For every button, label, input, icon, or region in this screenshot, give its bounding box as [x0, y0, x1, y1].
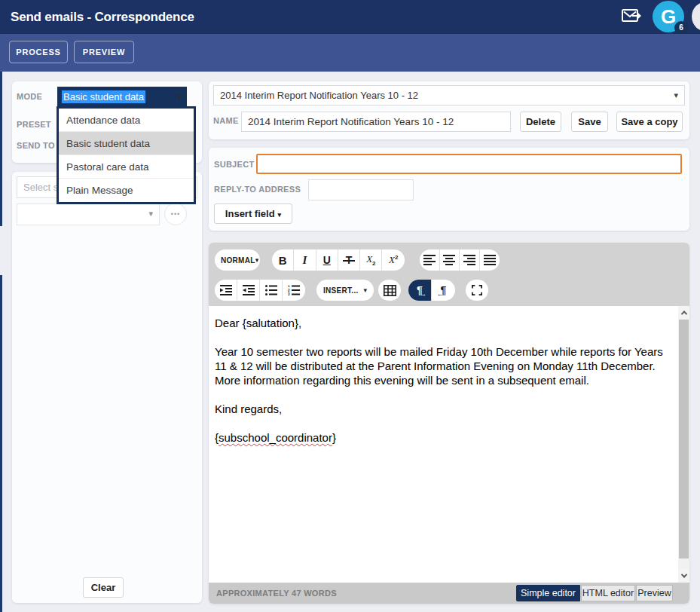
save-a-copy-button[interactable]: Save a copy — [616, 112, 683, 132]
justify-icon — [484, 255, 496, 265]
avatar[interactable]: G 6 — [653, 1, 684, 32]
superscript-button[interactable]: X2 — [382, 249, 404, 271]
left-scroll-stripe-bottom — [0, 275, 2, 612]
align-left-button[interactable] — [420, 249, 440, 271]
justify-button[interactable] — [480, 249, 500, 271]
editor-footer: APPROXIMATELY 47 WORDS Simple editor HTM… — [209, 583, 689, 604]
outdent-button[interactable] — [237, 280, 260, 301]
preset-label: PRESET — [17, 120, 51, 129]
bulleted-list-icon — [265, 285, 277, 295]
insert-table-button[interactable] — [378, 280, 401, 301]
editor-scrollbar[interactable] — [678, 306, 689, 583]
fullscreen-button[interactable] — [466, 280, 488, 301]
font-style-group: B I U T X2 X2 — [272, 249, 405, 271]
mode-label: MODE — [17, 92, 42, 101]
align-center-icon — [443, 255, 455, 265]
paragraph-rtl-button[interactable]: ¶← — [432, 280, 455, 301]
align-right-icon — [463, 255, 475, 265]
table-icon — [384, 285, 396, 296]
chevron-down-icon: ▾ — [363, 286, 367, 294]
student-filter-select[interactable]: ▾ — [17, 203, 160, 225]
text-direction-group: ¶→ ¶← — [408, 280, 455, 301]
strikethrough-button[interactable]: T — [338, 249, 360, 271]
tab-preview[interactable]: Preview — [636, 585, 673, 601]
insert-menu-label: INSERT... — [323, 286, 359, 295]
bold-button[interactable]: B — [272, 249, 294, 271]
italic-icon: I — [303, 254, 307, 267]
template-select[interactable]: 2014 Interim Report Notification Years 1… — [213, 85, 685, 106]
mode-option-attendance[interactable]: Attendance data — [59, 109, 194, 132]
delete-button[interactable]: Delete — [520, 112, 561, 132]
align-center-button[interactable] — [440, 249, 460, 271]
closing-line: Kind regards, — [215, 402, 670, 416]
editor-card: NORMAL ▾ B I U T X2 X2 — [209, 243, 689, 604]
scrollbar-thumb[interactable] — [679, 320, 689, 558]
subscript-button[interactable]: X2 — [360, 249, 382, 271]
paragraph-ltr-icon: ¶→ — [417, 285, 423, 295]
mode-select[interactable]: Basic student data ▾ — [57, 87, 187, 106]
reply-to-label: REPLY-TO ADDRESS — [214, 185, 301, 194]
subject-card: SUBJECT REPLY-TO ADDRESS Insert field▾ — [209, 148, 689, 231]
envelope-arrow-icon — [621, 6, 642, 26]
tab-simple-editor[interactable]: Simple editor — [516, 585, 580, 601]
strikethrough-icon: T — [346, 254, 353, 266]
preview-button[interactable]: PREVIEW — [74, 41, 134, 63]
chevron-down-icon: ▾ — [674, 86, 678, 105]
toolbar-row-2: 123 INSERT... ▾ ¶→ ¶← — [209, 280, 689, 301]
process-button[interactable]: PROCESS — [9, 41, 68, 63]
mode-option-basic-student[interactable]: Basic student data — [59, 132, 194, 155]
numbered-list-button[interactable]: 123 — [283, 280, 305, 301]
top-app-bar: Send emails - Correspondence G 6 — [0, 0, 700, 34]
reply-to-input[interactable] — [308, 179, 414, 200]
underline-button[interactable]: U — [316, 249, 338, 271]
scroll-up-icon[interactable] — [678, 306, 689, 319]
svg-text:1: 1 — [288, 285, 290, 288]
paragraph-ltr-button[interactable]: ¶→ — [408, 280, 432, 301]
format-select-value: NORMAL — [221, 256, 255, 265]
insert-menu[interactable]: INSERT... ▾ — [316, 280, 374, 301]
editor-body[interactable]: Dear {salutation}, Year 10 semester two … — [209, 306, 689, 583]
send-to-card: ▾ ••• Clear — [12, 172, 202, 603]
mode-dropdown-list: Attendance data Basic student data Pasto… — [57, 106, 196, 204]
insert-field-button[interactable]: Insert field▾ — [214, 203, 292, 224]
mode-option-pastoral-care[interactable]: Pastoral care data — [59, 155, 194, 179]
ellipsis-icon: ••• — [171, 210, 180, 218]
scroll-down-icon[interactable] — [678, 569, 689, 582]
toolbar-row-1: NORMAL ▾ B I U T X2 X2 — [209, 249, 689, 271]
alignment-group — [420, 249, 500, 271]
indent-button[interactable] — [215, 280, 237, 301]
numbered-list-icon: 123 — [288, 285, 300, 295]
bold-icon: B — [279, 254, 287, 267]
left-scroll-stripe-top — [0, 72, 2, 226]
outdent-icon — [243, 285, 255, 295]
template-name-input[interactable] — [241, 112, 511, 132]
italic-button[interactable]: I — [294, 249, 316, 271]
body-paragraph: Year 10 semester two reports will be mai… — [215, 344, 670, 387]
chevron-down-icon: ▾ — [148, 209, 153, 219]
signature-token: subschool_coordinator — [219, 431, 332, 444]
more-options-button[interactable]: ••• — [164, 203, 187, 225]
tab-html-editor[interactable]: HTML editor — [581, 585, 635, 601]
name-label: NAME — [213, 116, 239, 125]
secondary-avatar-partial[interactable] — [692, 2, 700, 32]
signature-line: {subschool_coordinator} — [215, 430, 670, 445]
chevron-down-icon: ▾ — [177, 92, 182, 102]
indent-icon — [220, 285, 232, 295]
subject-input[interactable] — [256, 154, 682, 174]
format-select[interactable]: NORMAL ▾ — [215, 249, 260, 271]
clear-button[interactable]: Clear — [83, 577, 124, 598]
action-bar: PROCESS PREVIEW — [0, 34, 700, 72]
template-card: 2014 Interim Report Notification Years 1… — [209, 81, 689, 139]
mode-select-value: Basic student data — [62, 90, 145, 103]
subscript-icon: X2 — [366, 253, 375, 267]
fullscreen-icon — [472, 285, 482, 295]
save-button[interactable]: Save — [571, 112, 608, 132]
mode-option-plain-message[interactable]: Plain Message — [59, 179, 194, 202]
bulleted-list-button[interactable] — [260, 280, 283, 301]
notification-badge: 6 — [674, 21, 688, 34]
send-to-label: SEND TO — [17, 141, 55, 150]
send-mail-icon[interactable] — [621, 6, 643, 29]
paragraph-rtl-icon: ¶← — [441, 285, 447, 295]
align-right-button[interactable] — [460, 249, 480, 271]
underline-icon: U — [323, 254, 331, 266]
